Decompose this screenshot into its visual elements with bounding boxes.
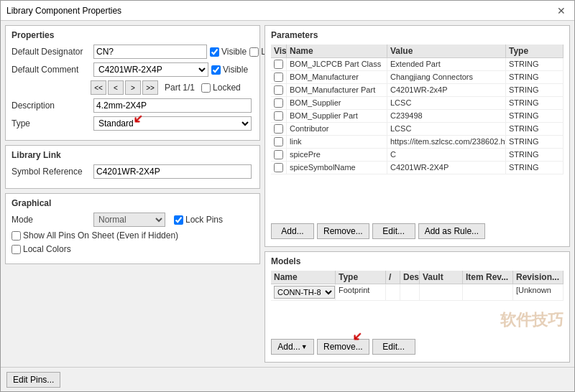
params-table-row[interactable]: BOM_Supplier Part C239498 STRING — [271, 110, 564, 123]
param-name-cell: BOM_JLCPCB Part Class — [287, 58, 387, 70]
param-type-cell: STRING — [506, 149, 564, 161]
params-col-name: Name — [287, 45, 387, 57]
param-value-cell: C239498 — [387, 110, 506, 122]
type-label: Type — [12, 118, 91, 129]
graphical-title: Graphical — [12, 198, 254, 208]
param-type-cell: STRING — [506, 136, 564, 148]
param-type-cell: STRING — [506, 84, 564, 96]
models-section: Models Name Type / Description Vault Ite… — [264, 251, 570, 363]
parameters-title: Parameters — [271, 30, 564, 40]
params-table-row[interactable]: BOM_JLCPCB Part Class Extended Part STRI… — [271, 58, 564, 71]
mode-select[interactable]: Normal — [93, 213, 165, 227]
description-label: Description — [12, 101, 91, 111]
params-add-as-rule-button[interactable]: Add as Rule... — [418, 223, 485, 239]
param-name-cell: BOM_Manufacturer — [287, 71, 387, 83]
comment-row: Default Comment C4201WR-2X4P Visible — [12, 62, 254, 77]
nav-prev-button[interactable]: < — [108, 80, 124, 95]
param-name-cell: spicePre — [287, 149, 387, 161]
param-type-cell: STRING — [506, 58, 564, 70]
models-col-vault: Vault — [420, 271, 463, 284]
models-edit-button[interactable]: Edit... — [372, 339, 415, 355]
type-select[interactable]: Standard — [93, 116, 252, 131]
show-all-pins-checkbox[interactable]: Show All Pins On Sheet (Even if Hidden) — [12, 230, 178, 241]
param-visible-cell — [271, 149, 287, 161]
designator-row: Default Designator Visible Locked — [12, 45, 254, 59]
param-visible-cell — [271, 162, 287, 174]
window-title: Library Component Properties — [6, 6, 121, 16]
params-inner: Visible Name Value Type BOM_JLCPCB Part … — [271, 45, 564, 220]
nav-buttons: << < > >> — [91, 80, 158, 95]
mode-label: Mode — [12, 215, 91, 225]
param-value-cell: https://item.szlcsc.com/238602.html — [387, 136, 506, 148]
local-colors-checkbox[interactable]: Local Colors — [12, 244, 71, 254]
designator-label: Default Designator — [12, 47, 91, 57]
symbol-ref-input[interactable] — [93, 164, 252, 179]
model-slash-cell — [386, 284, 400, 300]
models-inner: Name Type / Description Vault Item Rev..… — [271, 271, 564, 336]
visible-checkbox-1[interactable]: Visible — [210, 47, 247, 57]
nav-first-button[interactable]: << — [91, 80, 106, 95]
model-type-cell: Footprint — [336, 284, 386, 300]
local-colors-row: Local Colors — [12, 244, 254, 254]
param-name-cell: BOM_Supplier — [287, 97, 387, 109]
model-name-cell: CONN-TH-8 — [271, 284, 336, 300]
models-col-item-rev: Item Rev... — [463, 271, 513, 284]
models-col-slash: / — [386, 271, 400, 284]
param-value-cell: Extended Part — [387, 58, 506, 70]
models-table-header: Name Type / Description Vault Item Rev..… — [271, 271, 564, 284]
symbol-ref-row: Symbol Reference — [12, 164, 254, 179]
param-value-cell: C — [387, 149, 506, 161]
param-name-cell: Contributor — [287, 123, 387, 135]
comment-select[interactable]: C4201WR-2X4P — [93, 62, 208, 77]
model-vault-cell — [420, 284, 463, 300]
main-window: Library Component Properties ✕ Propertie… — [0, 0, 575, 392]
params-table-row[interactable]: Contributor LCSC STRING — [271, 123, 564, 136]
params-table-row[interactable]: link https://item.szlcsc.com/238602.html… — [271, 136, 564, 149]
mode-row: Mode Normal Lock Pins — [12, 213, 254, 227]
title-bar: Library Component Properties ✕ — [1, 1, 574, 21]
models-add-button[interactable]: Add... ▼ — [271, 339, 314, 355]
designator-input[interactable] — [93, 45, 207, 59]
param-visible-cell — [271, 97, 287, 109]
left-panel: Properties Default Designator Visible Lo… — [5, 25, 260, 363]
param-visible-cell — [271, 58, 287, 70]
models-remove-button[interactable]: Remove... — [317, 339, 369, 355]
lock-pins-checkbox[interactable]: Lock Pins — [174, 215, 223, 225]
param-type-cell: STRING — [506, 123, 564, 135]
param-visible-cell — [271, 123, 287, 135]
close-button[interactable]: ✕ — [554, 4, 569, 18]
locked-checkbox-2[interactable]: Locked — [201, 83, 241, 93]
models-col-name: Name — [271, 271, 336, 284]
properties-title: Properties — [12, 30, 254, 40]
param-value-cell: LCSC — [387, 123, 506, 135]
nav-next-button[interactable]: > — [125, 80, 141, 95]
param-type-cell: STRING — [506, 162, 564, 174]
params-table-row[interactable]: spiceSymbolName C4201WR-2X4P STRING — [271, 162, 564, 174]
params-table-row[interactable]: BOM_Manufacturer Part C4201WR-2x4P STRIN… — [271, 84, 564, 97]
params-remove-button[interactable]: Remove... — [317, 223, 369, 239]
params-col-visible: Visible — [271, 45, 287, 57]
models-table-row[interactable]: CONN-TH-8 Footprint [Unknown — [271, 284, 564, 301]
params-col-value: Value — [387, 45, 506, 57]
nav-row: << < > >> Part 1/1 Locked — [12, 80, 254, 95]
params-table-body: BOM_JLCPCB Part Class Extended Part STRI… — [271, 58, 564, 220]
edit-pins-button[interactable]: Edit Pins... — [6, 372, 60, 388]
right-panel: Parameters Visible Name Value Type BOM_J… — [264, 25, 570, 363]
params-table-row[interactable]: BOM_Manufacturer Changjiang Connectors S… — [271, 71, 564, 84]
params-table-row[interactable]: BOM_Supplier LCSC STRING — [271, 97, 564, 110]
model-revision-cell: [Unknown — [513, 284, 564, 300]
model-itemrev-cell — [463, 284, 513, 300]
show-all-pins-row: Show All Pins On Sheet (Even if Hidden) — [12, 230, 254, 241]
param-name-cell: BOM_Manufacturer Part — [287, 84, 387, 96]
content-area: Properties Default Designator Visible Lo… — [1, 21, 574, 367]
param-visible-cell — [271, 84, 287, 96]
params-actions: Add... Remove... Edit... Add as Rule... — [271, 220, 564, 241]
description-input[interactable] — [93, 98, 252, 113]
params-add-button[interactable]: Add... — [271, 223, 314, 239]
models-col-description: Description — [400, 271, 420, 284]
params-table-row[interactable]: spicePre C STRING — [271, 149, 564, 162]
visible-checkbox-2[interactable]: Visible — [211, 65, 248, 75]
param-type-cell: STRING — [506, 71, 564, 83]
params-edit-button[interactable]: Edit... — [372, 223, 415, 239]
nav-last-button[interactable]: >> — [142, 80, 158, 95]
